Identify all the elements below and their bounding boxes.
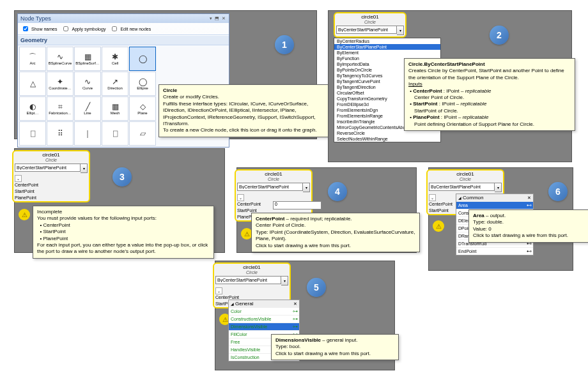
generic-icon: ▱: [137, 129, 148, 138]
nt-cell-g3[interactable]: ｜: [74, 121, 101, 146]
nt-cell-g1[interactable]: ⎕: [19, 121, 46, 146]
centerpoint-tooltip: CenterPoint – required input; replicatab…: [251, 213, 420, 252]
dd-item[interactable]: SelectNodesWithinRange: [334, 136, 440, 142]
incomplete-tooltip: Incomplete You must provide values for t…: [33, 206, 214, 259]
opt-edit-new-nodes[interactable]: Edit new nodes: [109, 24, 151, 33]
bsurf-icon: ▦: [82, 52, 93, 61]
chevron-down-icon[interactable]: ▾: [495, 183, 502, 192]
row-constr[interactable]: ConstructionsVisible⊶: [229, 315, 299, 323]
dd-item[interactable]: ReverseCircle: [334, 130, 440, 136]
nt-cell-fabr[interactable]: ⌗Fabrication…: [47, 96, 74, 121]
chevron-down-icon[interactable]: ▾: [303, 183, 310, 192]
port-startpoint[interactable]: StartPoint: [15, 188, 88, 194]
method-input[interactable]: [215, 276, 281, 284]
panel-step1: Node Types ▾ ⬒ ✕ Show names Apply symbol…: [14, 10, 317, 139]
ellipt-icon: ◐: [27, 102, 38, 111]
nt-cell-circle[interactable]: ◯: [129, 47, 156, 71]
nt-cell-line[interactable]: ╱Line: [74, 96, 101, 121]
ellipse-icon: ◯: [137, 77, 148, 86]
node-subtitle: Circle: [236, 177, 311, 181]
port-row[interactable]: ⌄: [237, 194, 310, 201]
nt-title: Node Types: [20, 15, 51, 22]
window-controls[interactable]: ▾ ⬒ ✕: [210, 16, 226, 21]
nt-cell-g2[interactable]: ⠿: [47, 121, 74, 146]
warning-icon[interactable]: ⚠: [19, 209, 30, 220]
node-method-select[interactable]: ▾: [336, 26, 404, 35]
opt-show-names[interactable]: Show names: [20, 24, 57, 33]
step-badge-5: 5: [307, 278, 326, 297]
triangle-icon: △: [27, 79, 38, 88]
dd-item[interactable]: ByElement: [334, 50, 440, 56]
nt-section-geometry[interactable]: Geometry: [18, 35, 229, 45]
dd-item[interactable]: ByCenterRadius: [334, 38, 440, 44]
generic-icon: ⎕: [109, 129, 121, 138]
nt-titlebar: Node Types ▾ ⬒ ✕: [18, 14, 229, 23]
panel-step5: circle01 Circle ▾ ⌄ CenterPoint StartPoi…: [215, 261, 395, 370]
port-row[interactable]: ⌄: [215, 287, 288, 294]
fabr-icon: ⌗: [54, 102, 66, 111]
row-endp[interactable]: EndPoint⊷: [456, 247, 533, 255]
step-badge-2: 2: [490, 26, 509, 45]
method-input[interactable]: [15, 163, 81, 172]
nt-cell-bsplinecurve[interactable]: ∿BSplineCurve: [47, 47, 74, 71]
chevron-icon[interactable]: ⌄: [429, 194, 436, 201]
port-planepoint[interactable]: PlanePoint: [15, 194, 88, 201]
chevron-icon[interactable]: ⌄: [215, 287, 222, 294]
nt-cell-direction[interactable]: ↗Direction: [102, 72, 128, 96]
chevron-down-icon[interactable]: ▾: [397, 26, 404, 35]
chevron-down-icon[interactable]: ▾: [281, 276, 288, 285]
dimensions-tooltip: DimensionsVisible – general input. Type:…: [271, 334, 399, 360]
row-color[interactable]: Color⊶: [229, 307, 299, 315]
plug-icon[interactable]: ⊷: [527, 248, 531, 254]
method-input[interactable]: [336, 26, 397, 34]
nt-cell-g4[interactable]: ⎕: [102, 121, 128, 146]
tri-icon: ◢: [231, 301, 234, 306]
plug-icon[interactable]: ⊶: [293, 324, 297, 330]
nt-cell-curve[interactable]: ∿Curve: [74, 72, 101, 96]
node-subtitle: Circle: [13, 158, 89, 162]
nt-cell-cell[interactable]: ✱Cell: [102, 47, 128, 71]
nt-cell-coord[interactable]: ✦Coordinate…: [47, 72, 74, 96]
panel-step6: circle01 Circle ▾ ⌄ CenterPoint StartPoi…: [428, 167, 573, 271]
port-centerpoint[interactable]: CenterPoint: [15, 181, 88, 188]
plug-icon[interactable]: ⊶: [293, 308, 297, 314]
node-method-select[interactable]: ▾: [429, 183, 502, 192]
method-input[interactable]: [237, 183, 303, 191]
step-badge-1: 1: [275, 35, 294, 54]
warning-icon[interactable]: ⚠: [433, 220, 444, 232]
method-tooltip: Circle.ByCenterStartPlanePoint Creates C…: [404, 58, 575, 131]
node-subtitle: Circle: [335, 20, 405, 24]
dd-item-selected[interactable]: ByCenterStartPlanePoint: [334, 44, 440, 50]
line-icon: ╱: [82, 102, 93, 111]
nt-cell-plane[interactable]: ◇Plane: [129, 96, 156, 121]
nt-cell-extra1[interactable]: △: [19, 72, 46, 96]
node-method-select[interactable]: ▾: [15, 163, 88, 173]
nt-cell-mesh[interactable]: ▦Mesh: [102, 96, 128, 121]
node-ports: ⌄ CenterPoint StartPoint PlanePoint: [13, 174, 89, 201]
row-area[interactable]: Area⊷: [456, 201, 533, 209]
chevron-down-icon[interactable]: ▾: [81, 163, 88, 173]
chevron-icon[interactable]: ⌄: [237, 194, 244, 201]
nt-cell-ellipt[interactable]: ◐Ellipt…: [19, 96, 46, 121]
generic-icon: ⎕: [27, 129, 38, 138]
close-icon[interactable]: ✕: [293, 301, 297, 307]
nt-cell-bsplinesurf[interactable]: ▦BSplineSurf…: [74, 47, 101, 71]
opt-apply-symbology[interactable]: Apply symbology: [61, 24, 105, 33]
nt-cell-g5[interactable]: ▱: [129, 121, 156, 146]
panel-step3: circle01 Circle ▾ ⌄ CenterPoint StartPoi…: [14, 148, 225, 253]
chevron-icon[interactable]: ⌄: [15, 175, 22, 182]
node-method-select[interactable]: ▾: [237, 183, 310, 192]
method-input[interactable]: [429, 183, 495, 191]
close-icon[interactable]: ✕: [527, 195, 531, 201]
port-row[interactable]: ⌄: [15, 175, 88, 181]
nt-options: Show names Apply symbology Edit new node…: [18, 23, 229, 35]
port-value-input[interactable]: 0: [273, 201, 321, 209]
nt-cell-arc[interactable]: ⌒Arc: [19, 47, 46, 71]
row-dim[interactable]: DimensionsVisible⊶: [229, 323, 299, 330]
node-method-select[interactable]: ▾: [215, 276, 288, 285]
plug-icon[interactable]: ⊶: [293, 316, 297, 322]
node-circle01[interactable]: circle01 Circle ▾ ⌄ CenterPoint StartPoi…: [12, 150, 90, 202]
nt-cell-ellipse[interactable]: ◯Ellipse: [129, 72, 156, 96]
node-circle01[interactable]: circle01 Circle ▾: [334, 12, 406, 38]
plug-icon[interactable]: ⊷: [527, 202, 531, 208]
